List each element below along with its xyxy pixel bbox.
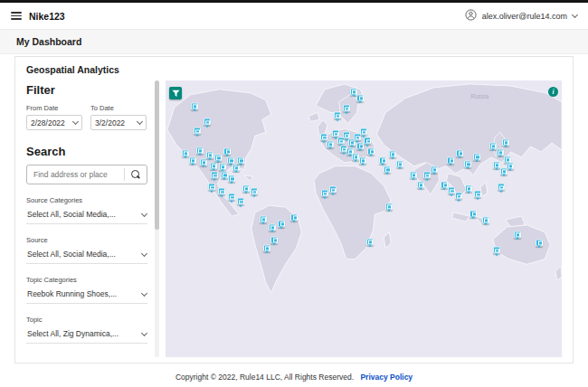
map-pin[interactable] — [218, 188, 225, 195]
map-pin[interactable] — [431, 165, 438, 173]
map-pin[interactable] — [455, 193, 462, 200]
map-pin[interactable] — [221, 171, 228, 178]
map-pin[interactable] — [536, 239, 543, 246]
from-date-value: 2/28/2022 — [31, 118, 65, 127]
map-pin[interactable] — [340, 146, 347, 153]
map-info-button[interactable]: i — [548, 87, 558, 97]
map-pin[interactable] — [493, 161, 500, 168]
map-pin[interactable] — [423, 172, 431, 179]
map-pin[interactable] — [269, 223, 276, 231]
map-pin[interactable] — [208, 184, 215, 191]
source-select[interactable]: Select All, Social Media,... — [26, 247, 147, 264]
map-pin[interactable] — [441, 181, 448, 188]
map-pin[interactable] — [502, 138, 509, 146]
map-pin[interactable] — [327, 140, 334, 147]
to-date-select[interactable]: 3/2/2022 — [90, 115, 147, 130]
map-pin[interactable] — [493, 247, 500, 254]
map-pin[interactable] — [251, 188, 258, 195]
map-pin[interactable] — [350, 88, 357, 95]
to-date-value: 3/2/2022 — [95, 118, 125, 127]
map-pin[interactable] — [237, 156, 244, 164]
hamburger-menu-icon[interactable] — [11, 12, 22, 20]
map-pin[interactable] — [270, 236, 278, 243]
map-pin[interactable] — [498, 184, 505, 191]
source-label: Source — [26, 236, 147, 244]
map-pin[interactable] — [396, 160, 403, 167]
source-value: Select All, Social Media,... — [27, 250, 116, 259]
search-input[interactable] — [27, 170, 124, 179]
map-pin[interactable] — [366, 238, 374, 245]
map-pin[interactable] — [356, 142, 364, 149]
world-map[interactable]: Russia i — [166, 80, 562, 357]
chevron-down-icon — [72, 118, 79, 125]
map-pin[interactable] — [200, 158, 207, 165]
map-pin[interactable] — [237, 198, 244, 205]
map-pin[interactable] — [465, 184, 472, 192]
map-pin[interactable] — [389, 150, 396, 157]
map-pin[interactable] — [228, 194, 235, 201]
map-pin[interactable] — [464, 160, 471, 167]
map-pin[interactable] — [191, 102, 198, 109]
map-markers-layer — [166, 80, 562, 357]
map-pin[interactable] — [352, 153, 359, 160]
search-icon — [131, 170, 141, 180]
scrollbar-thumb[interactable] — [155, 80, 159, 230]
map-pin[interactable] — [189, 156, 196, 164]
from-date-select[interactable]: 2/28/2022 — [26, 115, 82, 130]
map-pin[interactable] — [278, 220, 285, 227]
map-pin[interactable] — [473, 153, 480, 160]
map-pin[interactable] — [384, 165, 391, 173]
map-pin[interactable] — [343, 105, 350, 112]
map-pin[interactable] — [447, 156, 454, 164]
map-pin[interactable] — [182, 149, 189, 156]
map-pin[interactable] — [228, 175, 235, 182]
user-menu[interactable]: alex.oliver@rule14.com — [465, 8, 577, 24]
map-pin[interactable] — [469, 210, 477, 217]
map-pin[interactable] — [242, 184, 250, 192]
map-pin[interactable] — [359, 156, 366, 164]
map-pin[interactable] — [456, 149, 463, 156]
map-pin[interactable] — [497, 148, 504, 156]
map-pin[interactable] — [206, 151, 213, 158]
map-pin[interactable] — [204, 118, 211, 126]
map-pin[interactable] — [223, 147, 231, 155]
map-pin[interactable] — [367, 147, 375, 155]
map-pin[interactable] — [290, 213, 298, 221]
map-pin[interactable] — [514, 231, 521, 238]
map-pin[interactable] — [410, 171, 417, 178]
topic-categories-label: Topic Categories — [26, 276, 147, 284]
map-pin[interactable] — [196, 146, 204, 154]
from-date-group: From Date 2/28/2022 — [26, 104, 82, 130]
map-pin[interactable] — [489, 142, 497, 149]
map-pin[interactable] — [364, 137, 371, 145]
map-pin[interactable] — [334, 112, 341, 119]
map-pin[interactable] — [211, 172, 218, 179]
map-pin[interactable] — [263, 244, 270, 251]
map-pin[interactable] — [417, 181, 424, 188]
privacy-policy-link[interactable]: Privacy Policy — [360, 373, 413, 382]
map-pin[interactable] — [219, 163, 226, 170]
chevron-down-icon — [141, 210, 147, 216]
map-pin[interactable] — [385, 203, 393, 210]
map-pin[interactable] — [332, 130, 339, 137]
search-button[interactable] — [125, 165, 147, 184]
map-pin[interactable] — [329, 186, 337, 194]
map-pin[interactable] — [260, 215, 267, 222]
map-pin[interactable] — [356, 94, 364, 101]
map-pin[interactable] — [194, 127, 201, 135]
topic-categories-select[interactable]: Reebok Running Shoes,... — [26, 287, 147, 304]
map-pin[interactable] — [321, 190, 328, 197]
chevron-down-icon — [572, 12, 578, 18]
topic-select[interactable]: Select All, Zig Dynamica,... — [26, 326, 147, 344]
map-pin[interactable] — [507, 162, 514, 169]
topic-label: Topic — [26, 316, 147, 324]
map-pin[interactable] — [379, 156, 386, 164]
map-pin[interactable] — [474, 191, 481, 198]
map-pin[interactable] — [482, 216, 489, 223]
map-pin[interactable] — [343, 132, 350, 139]
map-filter-button[interactable] — [169, 87, 182, 99]
map-pin[interactable] — [448, 187, 455, 194]
source-categories-select[interactable]: Select All, Social Media,... — [26, 207, 147, 224]
map-pin[interactable] — [360, 128, 367, 136]
map-pin[interactable] — [214, 154, 222, 161]
